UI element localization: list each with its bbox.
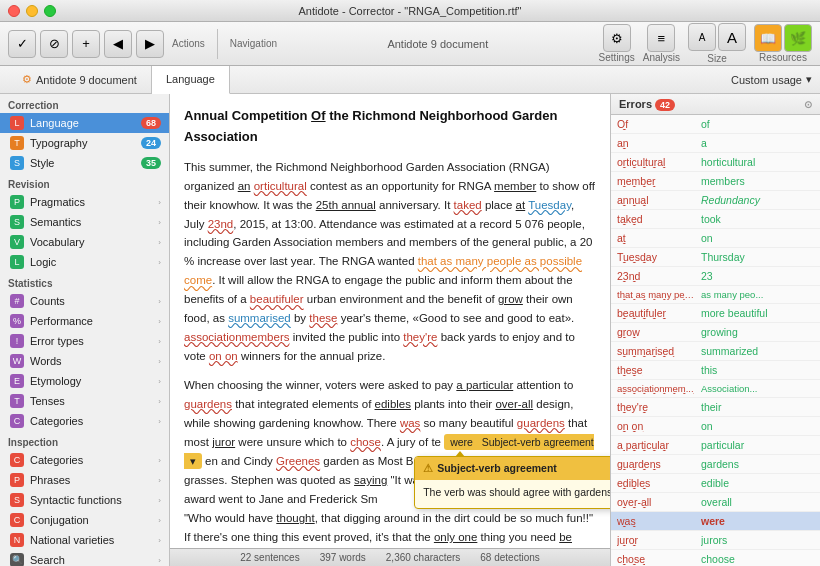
sidebar-item-etymology[interactable]: E Etymology › [0, 371, 169, 391]
actions-label: Actions [172, 38, 205, 49]
error-row-tuesday[interactable]: TuesdayThursday [611, 248, 820, 267]
sidebar-item-categories[interactable]: C Categories › [0, 411, 169, 431]
custom-usage-selector[interactable]: Custom usage ▾ [731, 73, 812, 86]
sidebar-item-insp-categories[interactable]: C Categories › [0, 450, 169, 470]
error-row-juror[interactable]: jurorjurors [611, 531, 820, 550]
error-row-grow[interactable]: growgrowing [611, 323, 820, 342]
main-toolbar: ✓ ⊘ + ◀ ▶ Actions Navigation Antidote 9 … [0, 22, 820, 66]
insp-categories-icon: C [10, 453, 24, 467]
chevron-right-icon: › [158, 417, 161, 426]
error-row-summarised[interactable]: summarisedsummarized [611, 342, 820, 361]
error-row-beautifuler[interactable]: beautifulermore beautiful [611, 304, 820, 323]
antidote-doc-tab[interactable]: ⚙ Antidote 9 document [8, 66, 152, 94]
error-row-theyre[interactable]: they'retheir [611, 398, 820, 417]
sidebar-item-phrases[interactable]: P Phrases › [0, 470, 169, 490]
analysis-button[interactable]: ≡ [647, 24, 675, 52]
tooltip-header: ⚠ Subject-verb agreement [415, 457, 610, 480]
chevron-right-icon: › [158, 297, 161, 306]
sidebar-item-pragmatics-label: Pragmatics [30, 196, 85, 208]
error-row-orticultural[interactable]: orticulturalhorticultural [611, 153, 820, 172]
pragmatics-icon: P [10, 195, 24, 209]
sidebar-item-words[interactable]: W Words › [0, 351, 169, 371]
sidebar-item-style[interactable]: S Style 35 [0, 153, 169, 173]
error-row-chose[interactable]: chosechoose [611, 550, 820, 566]
add-button[interactable]: + [72, 30, 100, 58]
sidebar-item-language-label: Language [30, 117, 79, 129]
sidebar-item-language[interactable]: L Language 68 [0, 113, 169, 133]
error-row-of[interactable]: Ofof [611, 115, 820, 134]
sidebar-item-syntactic-functions-label: Syntactic functions [30, 494, 122, 506]
words-icon: W [10, 354, 24, 368]
settings-button[interactable]: ⚙ [603, 24, 631, 52]
sidebar-item-typography-label: Typography [30, 137, 87, 149]
correction-header: Correction [0, 94, 169, 113]
close-button[interactable] [8, 5, 20, 17]
size-large-button[interactable]: A [718, 23, 746, 51]
language-tab[interactable]: Language [152, 66, 230, 94]
back-button[interactable]: ◀ [104, 30, 132, 58]
conjugation-icon: C [10, 513, 24, 527]
chevron-right-icon: › [158, 496, 161, 505]
paragraph-2: When choosing the winner, voters were as… [184, 376, 596, 548]
error-row-23nd[interactable]: 23nd23 [611, 267, 820, 286]
analysis-label: Analysis [643, 52, 680, 63]
sidebar-item-national-varieties[interactable]: N National varieties › [0, 530, 169, 550]
chevron-right-icon: › [158, 536, 161, 545]
inspection-header: Inspection [0, 431, 169, 450]
main-content: Annual Competition Of the Richmond Neigh… [170, 94, 610, 566]
sidebar-item-pragmatics[interactable]: P Pragmatics › [0, 192, 169, 212]
minimize-button[interactable] [26, 5, 38, 17]
maximize-button[interactable] [44, 5, 56, 17]
error-row-overall[interactable]: over-alloverall [611, 493, 820, 512]
tooltip-container: were Subject-verb agreement ▾ ⚠ Subject-… [184, 436, 594, 467]
sidebar-item-conjugation[interactable]: C Conjugation › [0, 510, 169, 530]
error-row-guardens[interactable]: guardensgardens [611, 455, 820, 474]
error-row-many-peo[interactable]: that as many peo...as many peo... [611, 286, 820, 304]
sidebar-item-semantics[interactable]: S Semantics › [0, 212, 169, 232]
sidebar-item-counts[interactable]: # Counts › [0, 291, 169, 311]
characters-count: 2,360 characters [386, 552, 461, 563]
sidebar-item-syntactic-functions[interactable]: S Syntactic functions › [0, 490, 169, 510]
error-row-an[interactable]: ana [611, 134, 820, 153]
error-row-these[interactable]: thesethis [611, 361, 820, 380]
chevron-right-icon: › [158, 556, 161, 565]
categories-icon: C [10, 414, 24, 428]
cancel-button[interactable]: ⊘ [40, 30, 68, 58]
syntactic-functions-icon: S [10, 493, 24, 507]
sidebar: Correction L Language 68 T Typography 24… [0, 94, 170, 566]
sidebar-item-vocabulary[interactable]: V Vocabulary › [0, 232, 169, 252]
error-row-a-particular[interactable]: a particularparticular [611, 436, 820, 455]
error-row-annual[interactable]: annualRedundancy [611, 191, 820, 210]
error-row-member[interactable]: membermembers [611, 172, 820, 191]
sidebar-item-etymology-label: Etymology [30, 375, 81, 387]
error-row-assoc[interactable]: associationmem...Association... [611, 380, 820, 398]
error-row-taked[interactable]: takedtook [611, 210, 820, 229]
language-badge: 68 [141, 117, 161, 129]
sidebar-item-logic[interactable]: L Logic › [0, 252, 169, 272]
sidebar-item-performance-label: Performance [30, 315, 93, 327]
chevron-down-icon: ▾ [806, 73, 812, 86]
chevron-right-icon: › [158, 357, 161, 366]
editor-area[interactable]: Annual Competition Of the Richmond Neigh… [170, 94, 610, 548]
chevron-right-icon: › [158, 258, 161, 267]
error-row-was[interactable]: waswere [611, 512, 820, 531]
sidebar-item-semantics-label: Semantics [30, 216, 81, 228]
resources-btn1[interactable]: 📖 [754, 24, 782, 52]
tooltip-body: The verb was should agree with gardens. [423, 484, 610, 501]
sidebar-item-national-varieties-label: National varieties [30, 534, 114, 546]
sidebar-item-search[interactable]: 🔍 Search › [0, 550, 169, 566]
sidebar-item-error-types[interactable]: ! Error types › [0, 331, 169, 351]
error-row-at[interactable]: aton [611, 229, 820, 248]
forward-button[interactable]: ▶ [136, 30, 164, 58]
error-row-edibles[interactable]: ediblesedible [611, 474, 820, 493]
size-small-button[interactable]: A [688, 23, 716, 51]
resources-btn2[interactable]: 🌿 [784, 24, 812, 52]
error-row-on-on[interactable]: on onon [611, 417, 820, 436]
check-button[interactable]: ✓ [8, 30, 36, 58]
sidebar-item-tenses[interactable]: T Tenses › [0, 391, 169, 411]
sidebar-item-performance[interactable]: % Performance › [0, 311, 169, 331]
sidebar-item-typography[interactable]: T Typography 24 [0, 133, 169, 153]
language-icon: L [10, 116, 24, 130]
semantics-icon: S [10, 215, 24, 229]
sub-toolbar: ⚙ Antidote 9 document Language Custom us… [0, 66, 820, 94]
